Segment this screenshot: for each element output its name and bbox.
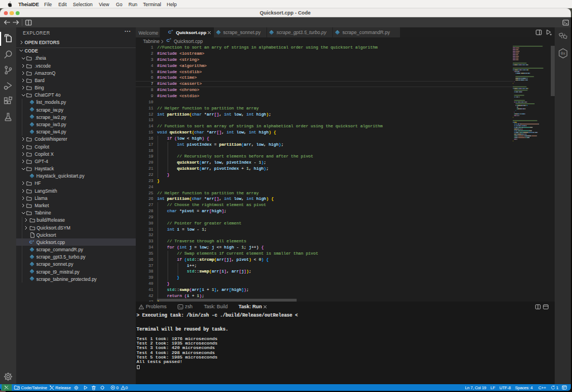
svg-text:0x: 0x: [561, 52, 565, 56]
